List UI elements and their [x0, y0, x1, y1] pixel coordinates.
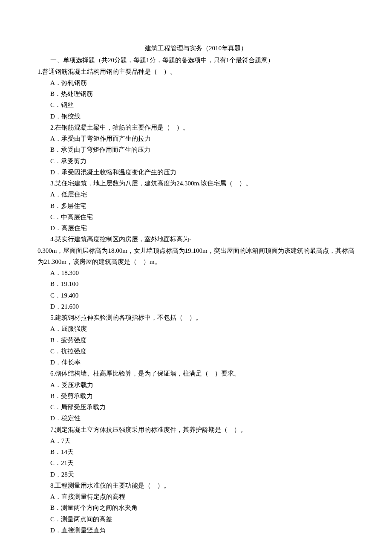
q3-option-a: A．低层住宅 — [37, 189, 355, 200]
q6-stem: 6.砌体结构墙、柱高厚比验算，是为了保证墙，柱满足（ ）要求。 — [37, 368, 355, 379]
q2-option-d: D．承受因混凝土收缩和温度变化产生的压力 — [37, 167, 355, 178]
q3-option-b: B．多层住宅 — [37, 200, 355, 211]
q6-option-c: C．局部受压承载力 — [37, 402, 355, 413]
q1-stem: 1.普通钢筋混凝土结构用钢的主要品种是（ ）。 — [37, 66, 355, 77]
q3-stem: 3.某住宅建筑，地上层数为八层，建筑高度为24.300m,该住宅属（ ）。 — [37, 178, 355, 189]
q1-option-c: C．钢丝 — [37, 99, 355, 110]
q4-option-b: B．19.100 — [37, 278, 355, 289]
q7-option-a: A．7天 — [37, 435, 355, 446]
section-header: 一、单项选择题（共20分题，每题1分，每题的备选项中，只有1个最符合题意） — [37, 55, 355, 66]
q1-option-a: A．热轧钢筋 — [37, 77, 355, 88]
q4-option-d: D．21.600 — [37, 301, 355, 312]
q4-stem-line1: 4.某实行建筑高度控制区内房层，室外地面标高为- — [37, 234, 355, 245]
q2-option-c: C．承受剪力 — [37, 156, 355, 167]
q7-option-d: D．28天 — [37, 469, 355, 480]
q3-option-d: D．高层住宅 — [37, 223, 355, 234]
q4-option-c: C．19.400 — [37, 290, 355, 301]
q8-option-d: D．直接测量竖直角 — [37, 525, 355, 536]
q7-option-b: B．14天 — [37, 446, 355, 457]
q8-option-a: A．直接测量待定点的高程 — [37, 491, 355, 502]
q1-option-b: B．热处理钢筋 — [37, 88, 355, 99]
q8-option-c: C．测量两点间的高差 — [37, 514, 355, 525]
q3-option-c: C．中高层住宅 — [37, 211, 355, 223]
q5-option-b: B．疲劳强度 — [37, 335, 355, 346]
q5-stem: 5.建筑钢材拉伸实验测的各项指标中，不包括（ ）。 — [37, 312, 355, 323]
q7-option-c: C．21天 — [37, 457, 355, 468]
q5-option-c: C．抗拉强度 — [37, 346, 355, 357]
q6-option-b: B．受剪承载力 — [37, 390, 355, 402]
q4-option-a: A．18.300 — [37, 267, 355, 278]
q5-option-a: A．屈服强度 — [37, 323, 355, 334]
q6-option-d: D．稳定性 — [37, 413, 355, 424]
q8-stem: 8.工程测量用水准仪的主要功能是（ ）。 — [37, 480, 355, 491]
q8-option-b: B．测量两个方向之间的水夹角 — [37, 502, 355, 513]
q1-option-d: D．钢绞线 — [37, 111, 355, 122]
q2-stem: 2.在钢筋混凝土梁中，箍筋的主要作用是（ ）。 — [37, 122, 355, 133]
q4-stem-line2: 0.300m，屋面面层标高为18.00m，女儿墙顶点标高为19.100m，突出屋… — [37, 245, 355, 268]
page-title: 建筑工程管理与实务（2010年真题） — [37, 43, 355, 54]
q6-option-a: A．受压承载力 — [37, 379, 355, 390]
q5-option-d: D．伸长率 — [37, 357, 355, 368]
q2-option-b: B．承受由于弯矩作用而产生的压力 — [37, 144, 355, 155]
q7-stem: 7.测定混凝土立方体抗压强度采用的标准度件，其养护龄期是（ ）。 — [37, 424, 355, 435]
q2-option-a: A．承受由于弯矩作用而产生的拉力 — [37, 133, 355, 144]
